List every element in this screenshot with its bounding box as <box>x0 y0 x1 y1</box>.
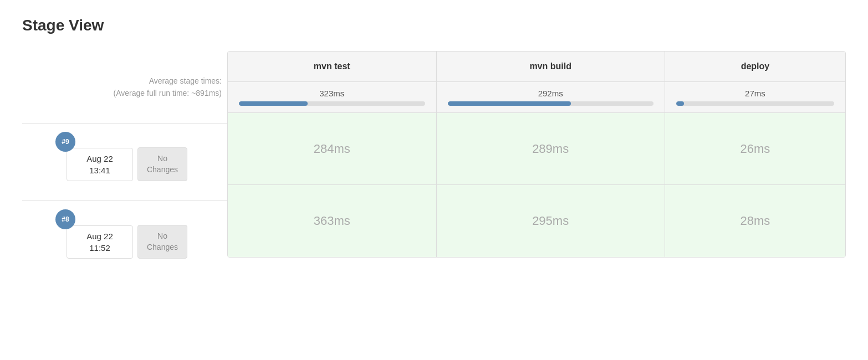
col-header-mvn-build: mvn build <box>436 52 665 82</box>
build-time-#9: 13:41 <box>75 166 125 175</box>
build-date-#8: Aug 22 <box>75 232 125 241</box>
data-cell-#8-deploy[interactable]: 28ms <box>665 185 845 257</box>
avg-label-row: Average stage times: (Average full run t… <box>22 51 227 123</box>
avg-cell-mvn-build: 292ms <box>436 82 665 113</box>
data-cell-#8-mvn-test[interactable]: 363ms <box>228 185 436 257</box>
no-changes-#9: No Changes <box>137 147 187 181</box>
data-cell-#9-deploy[interactable]: 26ms <box>665 113 845 185</box>
progress-bar-mvn-build <box>448 101 653 106</box>
build-info-card-#8[interactable]: Aug 2211:52 <box>67 225 133 259</box>
build-time-#8: 11:52 <box>75 243 125 253</box>
right-panel: mvn testmvn builddeploy 323ms292ms27ms 2… <box>227 51 846 258</box>
col-header-deploy: deploy <box>665 52 845 82</box>
build-info-card-#9[interactable]: Aug 2213:41 <box>67 148 133 181</box>
progress-bar-mvn-test <box>239 101 425 106</box>
no-changes-#8: No Changes <box>137 225 187 259</box>
avg-row: 323ms292ms27ms <box>228 82 845 113</box>
data-row-#8: 363ms295ms28ms <box>228 185 845 257</box>
build-rows-container: #9Aug 2213:41No Changes#8Aug 2211:52No C… <box>22 123 227 278</box>
avg-cell-deploy: 27ms <box>665 82 845 113</box>
avg-cell-mvn-test: 323ms <box>228 82 436 113</box>
avg-label: Average stage times: (Average full run t… <box>114 75 222 100</box>
data-cell-#9-mvn-build[interactable]: 289ms <box>436 113 665 185</box>
build-badge-#9[interactable]: #9 <box>55 132 75 152</box>
stage-view-container: Average stage times: (Average full run t… <box>22 51 846 278</box>
build-badge-#8[interactable]: #8 <box>55 209 75 229</box>
progress-bar-deploy <box>676 101 834 106</box>
col-header-mvn-test: mvn test <box>228 52 436 82</box>
avg-label-line1: Average stage times: <box>114 75 222 87</box>
table-header-row: mvn testmvn builddeploy <box>228 52 845 82</box>
data-row-#9: 284ms289ms26ms <box>228 113 845 185</box>
page-title: Stage View <box>22 17 846 34</box>
left-panel: Average stage times: (Average full run t… <box>22 51 227 278</box>
data-cell-#8-mvn-build[interactable]: 295ms <box>436 185 665 257</box>
avg-label-line2: (Average full run time: ~891ms) <box>114 87 222 99</box>
build-row-#8: #8Aug 2211:52No Changes <box>22 200 227 278</box>
data-cell-#9-mvn-test[interactable]: 284ms <box>228 113 436 185</box>
build-row-#9: #9Aug 2213:41No Changes <box>22 123 227 200</box>
stage-table: mvn testmvn builddeploy 323ms292ms27ms 2… <box>228 52 845 257</box>
build-date-#9: Aug 22 <box>75 154 125 163</box>
